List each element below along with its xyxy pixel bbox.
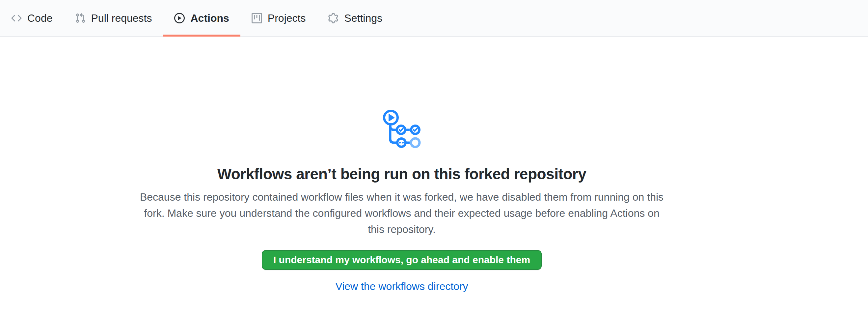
tab-actions-label: Actions bbox=[190, 13, 229, 23]
workflow-graph-icon bbox=[383, 110, 421, 148]
play-icon bbox=[174, 13, 185, 23]
blankslate-heading: Workflows aren’t being run on this forke… bbox=[0, 165, 803, 184]
tab-settings[interactable]: Settings bbox=[317, 0, 394, 36]
gear-icon bbox=[328, 13, 339, 23]
view-workflows-link[interactable]: View the workflows directory bbox=[335, 280, 468, 292]
repo-tab-nav: Code Pull requests Actions Projects Sett… bbox=[0, 0, 868, 37]
tab-pull-requests[interactable]: Pull requests bbox=[64, 0, 163, 36]
code-icon bbox=[11, 13, 22, 23]
link-row: View the workflows directory bbox=[0, 280, 803, 292]
tab-settings-label: Settings bbox=[344, 13, 382, 23]
active-tab-underline bbox=[163, 35, 240, 37]
actions-disabled-blankslate: Workflows aren’t being run on this forke… bbox=[0, 37, 803, 292]
tab-code-label: Code bbox=[27, 13, 53, 23]
tab-pull-requests-label: Pull requests bbox=[91, 13, 152, 23]
enable-workflows-button[interactable]: I understand my workflows, go ahead and … bbox=[262, 250, 542, 270]
project-icon bbox=[252, 13, 262, 23]
tab-actions[interactable]: Actions bbox=[163, 0, 240, 36]
tab-projects[interactable]: Projects bbox=[240, 0, 317, 36]
git-pull-request-icon bbox=[75, 13, 86, 23]
blankslate-description: Because this repository contained workfl… bbox=[137, 189, 667, 238]
tab-projects-label: Projects bbox=[268, 13, 306, 23]
tab-code[interactable]: Code bbox=[0, 0, 64, 36]
